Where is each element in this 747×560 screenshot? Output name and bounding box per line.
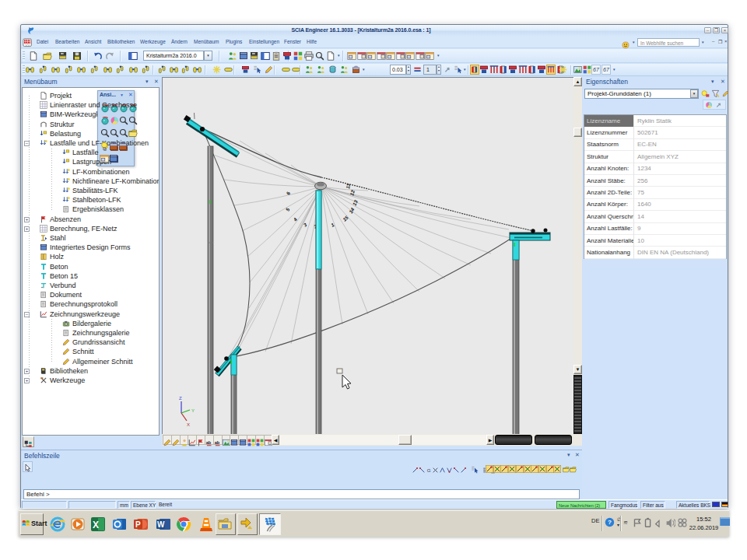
- svg-text:X: X: [93, 520, 99, 530]
- svg-text:G: G: [426, 467, 430, 473]
- svg-text:4: 4: [292, 216, 299, 222]
- svg-text:13: 13: [352, 199, 359, 207]
- svg-text:X: X: [187, 422, 190, 427]
- svg-text:15: 15: [342, 215, 349, 222]
- svg-text:W: W: [157, 520, 165, 529]
- svg-text:?: ?: [608, 519, 612, 526]
- svg-text:ab: ab: [214, 440, 219, 445]
- svg-text:5: 5: [285, 207, 291, 212]
- svg-text:ab: ab: [206, 440, 212, 445]
- svg-text:3: 3: [303, 222, 308, 228]
- svg-text:Z: Z: [179, 396, 182, 401]
- svg-text:6: 6: [285, 191, 291, 195]
- svg-text:P: P: [135, 520, 141, 529]
- svg-text:Y: Y: [191, 408, 195, 413]
- svg-text:11: 11: [345, 183, 351, 189]
